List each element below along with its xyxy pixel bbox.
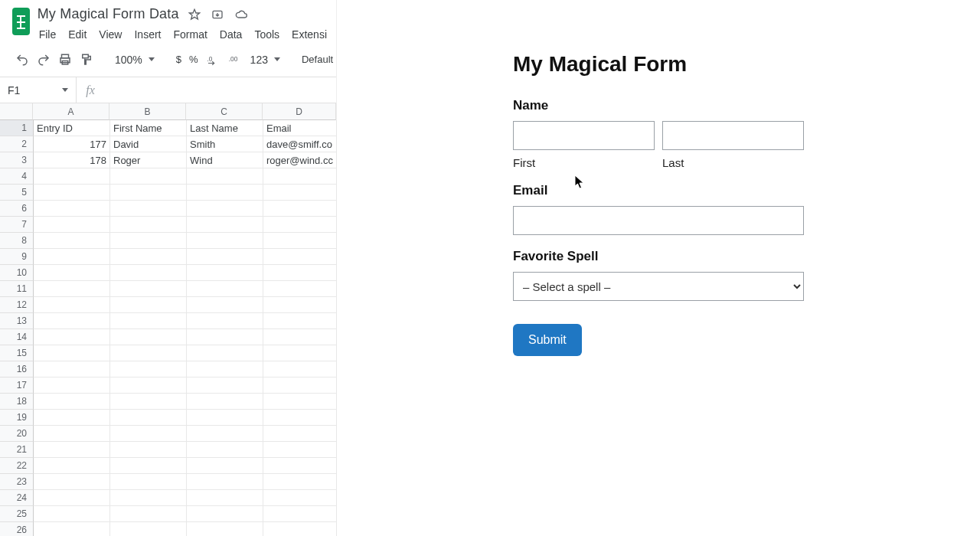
cell[interactable]: roger@wind.cc xyxy=(263,152,337,168)
cell[interactable] xyxy=(187,361,263,377)
cell[interactable] xyxy=(263,281,337,297)
cell[interactable]: dave@smiff.co xyxy=(263,136,337,152)
cell[interactable] xyxy=(263,377,337,394)
cell[interactable] xyxy=(263,233,337,249)
cell[interactable] xyxy=(110,217,187,233)
cell[interactable] xyxy=(110,490,187,506)
zoom-select[interactable]: 100% xyxy=(115,54,155,66)
cell[interactable] xyxy=(110,506,187,522)
row-header[interactable]: 17 xyxy=(0,377,34,394)
cell[interactable] xyxy=(34,442,110,458)
cell[interactable] xyxy=(263,426,337,442)
paint-format-icon[interactable] xyxy=(80,53,93,67)
cell[interactable]: Wind xyxy=(187,152,263,168)
col-header[interactable]: C xyxy=(186,103,263,120)
number-format-select[interactable]: 123 xyxy=(250,54,280,66)
cell[interactable] xyxy=(263,313,337,329)
cell[interactable] xyxy=(110,185,187,201)
col-header[interactable]: B xyxy=(109,103,186,120)
cell[interactable] xyxy=(110,474,187,490)
cell[interactable] xyxy=(187,297,263,313)
cell[interactable] xyxy=(110,377,187,394)
cell[interactable] xyxy=(34,426,110,442)
cell[interactable] xyxy=(34,394,110,410)
cell[interactable] xyxy=(187,522,263,536)
move-icon[interactable] xyxy=(211,8,224,21)
cell[interactable]: Entry ID xyxy=(34,120,110,136)
row-header[interactable]: 26 xyxy=(0,522,34,536)
cell[interactable] xyxy=(187,201,263,217)
cell[interactable] xyxy=(110,410,187,426)
cell[interactable] xyxy=(110,522,187,536)
cell[interactable] xyxy=(34,168,110,185)
cell[interactable] xyxy=(187,458,263,474)
cell[interactable]: 177 xyxy=(34,136,110,152)
formula-bar[interactable] xyxy=(104,77,336,103)
row-header[interactable]: 7 xyxy=(0,217,34,233)
cell[interactable] xyxy=(34,490,110,506)
select-all-corner[interactable] xyxy=(0,103,33,120)
cell[interactable] xyxy=(187,490,263,506)
menu-view[interactable]: View xyxy=(97,27,123,42)
cell[interactable] xyxy=(263,410,337,426)
cell[interactable] xyxy=(110,281,187,297)
row-header[interactable]: 4 xyxy=(0,168,34,185)
cell[interactable] xyxy=(110,329,187,345)
row-header[interactable]: 21 xyxy=(0,442,34,458)
row-header[interactable]: 9 xyxy=(0,249,34,265)
cell[interactable] xyxy=(34,185,110,201)
cell[interactable] xyxy=(34,281,110,297)
row-header[interactable]: 18 xyxy=(0,394,34,410)
menu-file[interactable]: File xyxy=(38,27,58,42)
cell[interactable] xyxy=(34,506,110,522)
cell[interactable] xyxy=(263,442,337,458)
row-header[interactable]: 1 xyxy=(0,120,34,136)
last-name-input[interactable] xyxy=(662,121,804,150)
cell[interactable] xyxy=(263,506,337,522)
menu-extensions[interactable]: Extensi xyxy=(290,27,328,42)
cell[interactable]: Email xyxy=(263,120,337,136)
cell[interactable] xyxy=(263,329,337,345)
menu-data[interactable]: Data xyxy=(218,27,244,42)
row-header[interactable]: 10 xyxy=(0,265,34,281)
menu-insert[interactable]: Insert xyxy=(132,27,162,42)
cell[interactable] xyxy=(34,249,110,265)
row-header[interactable]: 14 xyxy=(0,329,34,345)
redo-icon[interactable] xyxy=(37,53,51,67)
cell[interactable] xyxy=(187,410,263,426)
cell[interactable] xyxy=(34,522,110,536)
row-header[interactable]: 16 xyxy=(0,361,34,377)
cell[interactable] xyxy=(263,458,337,474)
cell[interactable] xyxy=(263,265,337,281)
cell[interactable] xyxy=(187,474,263,490)
cell[interactable] xyxy=(263,522,337,536)
row-header[interactable]: 13 xyxy=(0,313,34,329)
cell[interactable] xyxy=(263,168,337,185)
cell[interactable] xyxy=(263,394,337,410)
cell[interactable] xyxy=(187,329,263,345)
print-icon[interactable] xyxy=(58,53,72,67)
cell[interactable] xyxy=(187,185,263,201)
row-header[interactable]: 20 xyxy=(0,426,34,442)
spell-select[interactable]: – Select a spell – xyxy=(513,272,804,301)
cell[interactable] xyxy=(187,426,263,442)
cell[interactable] xyxy=(187,394,263,410)
cell[interactable]: 178 xyxy=(34,152,110,168)
row-header[interactable]: 6 xyxy=(0,201,34,217)
row-header[interactable]: 25 xyxy=(0,506,34,522)
cell[interactable] xyxy=(34,329,110,345)
cell[interactable] xyxy=(187,249,263,265)
cell[interactable] xyxy=(34,201,110,217)
cell[interactable] xyxy=(187,506,263,522)
cell[interactable] xyxy=(263,217,337,233)
cell[interactable] xyxy=(110,458,187,474)
cell[interactable] xyxy=(110,201,187,217)
cell[interactable] xyxy=(34,458,110,474)
first-name-input[interactable] xyxy=(513,121,655,150)
cell[interactable] xyxy=(110,345,187,361)
cell[interactable] xyxy=(110,168,187,185)
row-header[interactable]: 15 xyxy=(0,345,34,361)
cell[interactable] xyxy=(34,297,110,313)
cell[interactable] xyxy=(110,394,187,410)
row-header[interactable]: 11 xyxy=(0,281,34,297)
